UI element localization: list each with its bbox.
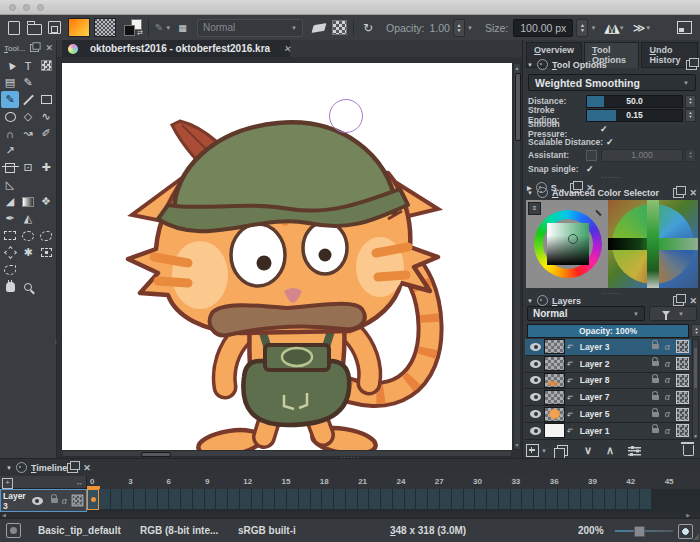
tool-calligraphy[interactable]: ✎ (19, 74, 37, 91)
canvas-vertical-scrollbar[interactable]: ▲ ▼ (513, 63, 521, 450)
opacity-value[interactable]: 1.00 (430, 22, 450, 34)
lock-icon[interactable] (652, 412, 659, 417)
scalable-distance-checkbox[interactable]: ✓ (606, 137, 614, 147)
frame-cell[interactable] (146, 489, 158, 510)
layer-thumbnail[interactable] (544, 356, 565, 371)
collapse-caret-icon[interactable]: ▼ (6, 465, 12, 471)
docker-lock-icon[interactable] (537, 295, 548, 306)
inherit-alpha-icon[interactable] (676, 424, 689, 437)
brush-editor-button[interactable]: ✎▼ (153, 18, 173, 37)
tool-select-ellipse[interactable] (19, 227, 37, 244)
minimize-window-button[interactable] (23, 4, 30, 11)
tool-select-outline[interactable] (37, 227, 55, 244)
close-window-button[interactable] (9, 4, 16, 11)
frame-cell[interactable] (593, 489, 605, 510)
float-docker-icon[interactable] (673, 188, 684, 198)
blending-mode-select[interactable]: Normal ▼ (197, 19, 303, 37)
smooth-pressure-checkbox[interactable]: ✓ (600, 124, 608, 134)
onion-skin-icon[interactable]: ↰ (566, 377, 575, 384)
selector-settings-button[interactable]: ≡ (528, 202, 541, 215)
mirror-vertical-button[interactable]: ≫ (633, 21, 644, 35)
tool-options-header[interactable]: ▼ Tool Options (527, 59, 697, 70)
size-spinner[interactable]: ▲▼ (576, 19, 588, 37)
preserve-alpha-button[interactable] (329, 18, 349, 37)
frame-cell[interactable] (640, 489, 652, 510)
alpha-lock-icon[interactable]: α (665, 409, 670, 419)
shade-selector[interactable] (608, 200, 698, 288)
docker-lock-icon[interactable] (537, 59, 548, 70)
alpha-lock-icon[interactable]: α (62, 496, 67, 506)
opacity-spinner[interactable]: ▲▼ (453, 19, 465, 37)
tool-move[interactable]: ✚ (37, 159, 55, 176)
layer-row[interactable]: ↰Layer 1α (525, 423, 691, 440)
tool-select-shapes[interactable]: ▶ (1, 57, 19, 74)
float-docker-icon[interactable] (67, 463, 78, 473)
close-docker-icon[interactable]: ✕ (689, 296, 697, 306)
tool-select-rect[interactable] (1, 227, 19, 244)
lock-icon[interactable] (51, 498, 58, 503)
eye-icon[interactable] (530, 427, 541, 435)
tool-zoom[interactable] (19, 278, 37, 295)
layer-blend-mode-select[interactable]: Normal ▼ (527, 306, 645, 321)
eraser-mode-button[interactable] (309, 18, 329, 37)
alpha-lock-icon[interactable]: α (665, 426, 670, 436)
docker-lock-icon[interactable] (16, 462, 27, 473)
tool-line[interactable] (19, 91, 37, 108)
size-value[interactable]: 100.00 px (513, 19, 573, 37)
canvas[interactable] (62, 63, 512, 450)
collapse-caret-icon[interactable]: ▼ (527, 190, 533, 196)
tool-freehand-brush[interactable]: ✎ (1, 91, 19, 108)
save-document-button[interactable] (44, 18, 64, 37)
frame-cell[interactable] (193, 489, 205, 510)
frame-cell[interactable] (440, 489, 452, 510)
tool-freehand-path[interactable]: ↝ (19, 125, 37, 142)
frame-cell[interactable] (181, 489, 193, 510)
layer-row[interactable]: ↰Layer 2α (525, 356, 691, 373)
tool-select-polygon[interactable] (1, 244, 19, 261)
brush-presets-button[interactable]: ▦ (173, 18, 193, 37)
float-docker-icon[interactable] (673, 296, 684, 306)
alpha-lock-icon[interactable]: α (665, 342, 670, 352)
layer-filter-button[interactable]: ▼ (649, 306, 697, 321)
tool-rectangle[interactable] (37, 91, 55, 108)
timeline-expand-icon[interactable]: ↔ (76, 479, 83, 486)
zoom-window-button[interactable] (37, 4, 44, 11)
workspace-chooser-button[interactable] (674, 18, 694, 37)
zoom-slider-handle[interactable] (634, 526, 645, 537)
tool-crop[interactable] (1, 159, 19, 176)
frame-cell[interactable] (134, 489, 146, 510)
inherit-alpha-icon[interactable] (676, 391, 689, 404)
frame-cell[interactable] (605, 489, 617, 510)
tool-assistant[interactable]: ◭ (19, 210, 37, 227)
tool-ellipse[interactable] (1, 108, 19, 125)
distance-slider[interactable]: 50.0 (586, 95, 683, 108)
float-docker-icon[interactable] (31, 44, 40, 52)
chevron-down-icon[interactable]: ▼ (619, 25, 625, 31)
new-document-button[interactable] (4, 18, 24, 37)
tool-polyline[interactable]: ∿ (37, 108, 55, 125)
frame-cell[interactable] (205, 489, 217, 510)
frame-cell[interactable] (287, 489, 299, 510)
tool-dynamic-brush[interactable]: ✐ (37, 125, 55, 142)
lock-icon[interactable] (652, 378, 659, 383)
tool-smart-patch[interactable]: ❖ (37, 193, 55, 210)
advanced-color-selector-header-row[interactable]: ▼ Advanced Color Selector ✕ (527, 187, 697, 198)
frame-cell[interactable] (546, 489, 558, 510)
layers-header[interactable]: ▼ Layers ✕ (527, 295, 697, 306)
docker-lock-icon[interactable] (537, 187, 548, 198)
layer-opacity-slider[interactable]: Opacity: 100% (527, 324, 689, 338)
eye-icon[interactable] (32, 497, 43, 505)
frame-cell[interactable] (628, 489, 640, 510)
layer-thumbnail[interactable] (544, 373, 565, 388)
timeline-layer-cell[interactable]: Layer 3 α (0, 489, 87, 512)
frame-cell[interactable] (369, 489, 381, 510)
frame-cell[interactable] (240, 489, 252, 510)
chevron-down-icon[interactable]: ▼ (590, 25, 596, 31)
tool-gradient[interactable] (19, 193, 37, 210)
eye-icon[interactable] (530, 376, 541, 384)
frame-cell[interactable] (428, 489, 440, 510)
timeline-ruler[interactable]: 036912151821242730333639424548 (87, 476, 700, 490)
inherit-alpha-icon[interactable] (72, 495, 84, 507)
layer-row[interactable]: ↰Layer 7α (525, 389, 691, 406)
onion-skin-icon[interactable]: ↰ (566, 411, 575, 418)
